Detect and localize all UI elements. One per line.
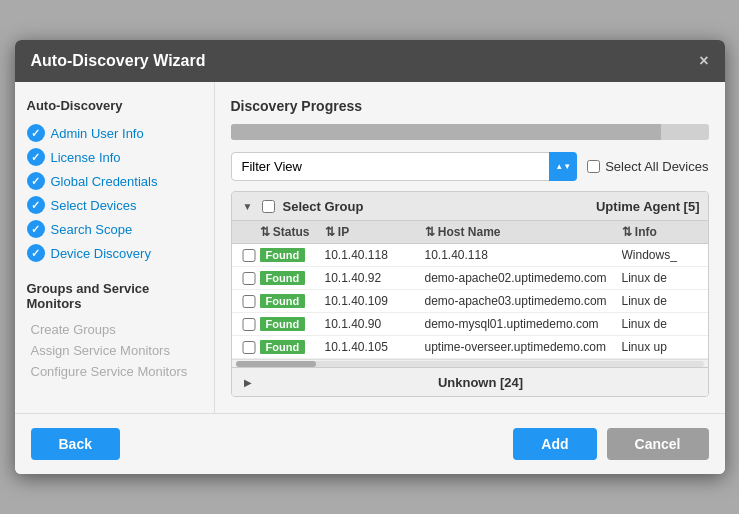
sidebar-item-admin-user-info[interactable]: Admin User Info — [27, 121, 202, 145]
filter-select[interactable]: Filter View All Devices Found Devices Un… — [231, 152, 578, 181]
ip-cell-0: 10.1.40.118 — [325, 248, 425, 262]
ip-cell-1: 10.1.40.92 — [325, 271, 425, 285]
status-badge-1: Found — [260, 271, 325, 285]
col-hostname: ⇅ Host Name — [425, 225, 622, 239]
sidebar-item-configure-monitors: Configure Service Monitors — [27, 361, 202, 382]
unknown-group-row[interactable]: ▶ Unknown [24] — [232, 367, 708, 396]
col-status: ⇅ Status — [260, 225, 325, 239]
sidebar-item-search-scope[interactable]: Search Scope — [27, 217, 202, 241]
dialog-body: Auto-Discovery Admin User Info License I… — [15, 82, 725, 413]
group-name: Select Group — [283, 199, 596, 214]
check-icon-global — [27, 172, 45, 190]
sidebar-item-global-credentials[interactable]: Global Credentials — [27, 169, 202, 193]
info-cell-0: Windows_ — [622, 248, 702, 262]
cancel-button[interactable]: Cancel — [607, 428, 709, 460]
hostname-cell-1: demo-apache02.uptimedemo.com — [425, 271, 622, 285]
filter-row: Filter View All Devices Found Devices Un… — [231, 152, 709, 181]
status-badge-4: Found — [260, 340, 325, 354]
ip-cell-4: 10.1.40.105 — [325, 340, 425, 354]
hostname-cell-4: uptime-overseer.uptimedemo.com — [425, 340, 622, 354]
info-cell-2: Linux de — [622, 294, 702, 308]
row-checkbox-0[interactable] — [238, 249, 260, 262]
hostname-cell-2: demo-apache03.uptimedemo.com — [425, 294, 622, 308]
sidebar-label-global: Global Credentials — [51, 174, 158, 189]
progress-bar-fill — [231, 124, 661, 140]
row-checkbox-1[interactable] — [238, 272, 260, 285]
sidebar-label-select-devices: Select Devices — [51, 198, 137, 213]
sidebar-label-device-discovery: Device Discovery — [51, 246, 151, 261]
back-button[interactable]: Back — [31, 428, 120, 460]
filter-select-wrapper: Filter View All Devices Found Devices Un… — [231, 152, 578, 181]
ip-cell-2: 10.1.40.109 — [325, 294, 425, 308]
dialog-title: Auto-Discovery Wizard — [31, 52, 206, 70]
add-button[interactable]: Add — [513, 428, 596, 460]
scrollbar-thumb[interactable] — [236, 361, 316, 367]
sidebar-item-license-info[interactable]: License Info — [27, 145, 202, 169]
row-checkbox-2[interactable] — [238, 295, 260, 308]
sidebar: Auto-Discovery Admin User Info License I… — [15, 82, 215, 413]
right-buttons: Add Cancel — [513, 428, 708, 460]
hostname-cell-3: demo-mysql01.uptimedemo.com — [425, 317, 622, 331]
check-icon-select-devices — [27, 196, 45, 214]
status-badge-2: Found — [260, 294, 325, 308]
sidebar-label-admin: Admin User Info — [51, 126, 144, 141]
dialog-header: Auto-Discovery Wizard × — [15, 40, 725, 82]
group-select-checkbox[interactable] — [262, 200, 275, 213]
group-collapse-icon[interactable]: ▼ — [240, 198, 256, 214]
check-icon-admin — [27, 124, 45, 142]
col-ip: ⇅ IP — [325, 225, 425, 239]
sidebar-label-search-scope: Search Scope — [51, 222, 133, 237]
device-table: ▼ Select Group Uptime Agent [5] ⇅ Status… — [231, 191, 709, 397]
dialog-footer: Back Add Cancel — [15, 413, 725, 474]
select-all-label[interactable]: Select All Devices — [587, 159, 708, 174]
progress-bar-background — [231, 124, 709, 140]
col-info: ⇅ Info — [622, 225, 702, 239]
sidebar-item-assign-monitors: Assign Service Monitors — [27, 340, 202, 361]
main-content: Discovery Progress Filter View All Devic… — [215, 82, 725, 413]
check-icon-device-discovery — [27, 244, 45, 262]
group-header: ▼ Select Group Uptime Agent [5] — [232, 192, 708, 221]
scrollbar-track — [236, 361, 704, 367]
table-row: Found 10.1.40.90 demo-mysql01.uptimedemo… — [232, 313, 708, 336]
info-cell-3: Linux de — [622, 317, 702, 331]
horizontal-scrollbar[interactable] — [232, 359, 708, 367]
unknown-expand-icon[interactable]: ▶ — [240, 374, 256, 390]
status-badge-3: Found — [260, 317, 325, 331]
table-row: Found 10.1.40.105 uptime-overseer.uptime… — [232, 336, 708, 359]
info-cell-1: Linux de — [622, 271, 702, 285]
unknown-label: Unknown [24] — [262, 375, 700, 390]
table-row: Found 10.1.40.109 demo-apache03.uptimede… — [232, 290, 708, 313]
auto-discovery-dialog: Auto-Discovery Wizard × Auto-Discovery A… — [15, 40, 725, 474]
table-header: ⇅ Status ⇅ IP ⇅ Host Name ⇅ Info — [232, 221, 708, 244]
agent-label: Uptime Agent [5] — [596, 199, 700, 214]
info-cell-4: Linux up — [622, 340, 702, 354]
select-all-checkbox[interactable] — [587, 160, 600, 173]
sidebar-item-device-discovery[interactable]: Device Discovery — [27, 241, 202, 265]
check-icon-license — [27, 148, 45, 166]
section-title: Discovery Progress — [231, 98, 709, 114]
table-row: Found 10.1.40.118 10.1.40.118 Windows_ — [232, 244, 708, 267]
sidebar-item-select-devices[interactable]: Select Devices — [27, 193, 202, 217]
ip-cell-3: 10.1.40.90 — [325, 317, 425, 331]
sidebar-item-create-groups: Create Groups — [27, 319, 202, 340]
check-icon-search-scope — [27, 220, 45, 238]
sidebar-auto-discovery-title: Auto-Discovery — [27, 98, 202, 113]
row-checkbox-4[interactable] — [238, 341, 260, 354]
row-checkbox-3[interactable] — [238, 318, 260, 331]
hostname-cell-0: 10.1.40.118 — [425, 248, 622, 262]
table-row: Found 10.1.40.92 demo-apache02.uptimedem… — [232, 267, 708, 290]
close-icon[interactable]: × — [699, 52, 708, 70]
col-checkbox — [238, 225, 260, 239]
status-badge-0: Found — [260, 248, 325, 262]
sidebar-label-license: License Info — [51, 150, 121, 165]
sidebar-groups-title: Groups and Service Monitors — [27, 281, 202, 311]
